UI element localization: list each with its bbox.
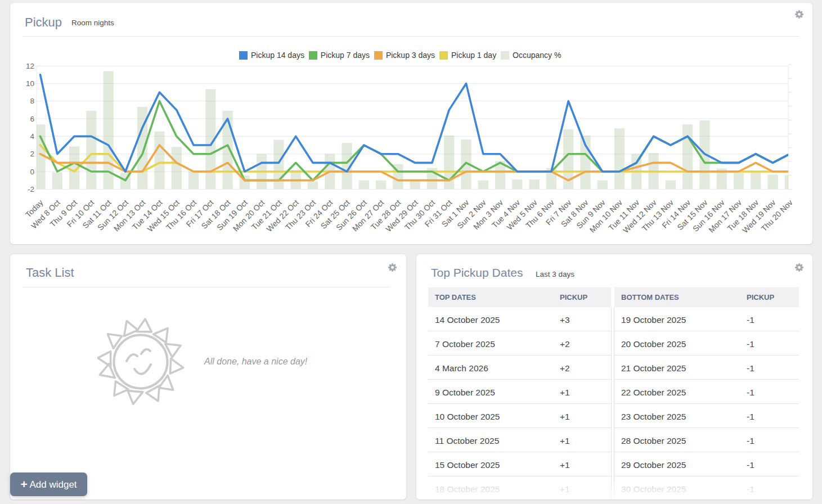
svg-text:-2: -2 <box>28 185 34 194</box>
svg-text:0: 0 <box>30 168 34 176</box>
svg-text:10: 10 <box>26 79 34 88</box>
svg-text:6: 6 <box>30 115 34 123</box>
svg-text:4: 4 <box>30 132 34 141</box>
svg-text:2: 2 <box>30 150 34 158</box>
svg-text:8: 8 <box>30 97 34 105</box>
svg-text:12: 12 <box>26 62 34 70</box>
